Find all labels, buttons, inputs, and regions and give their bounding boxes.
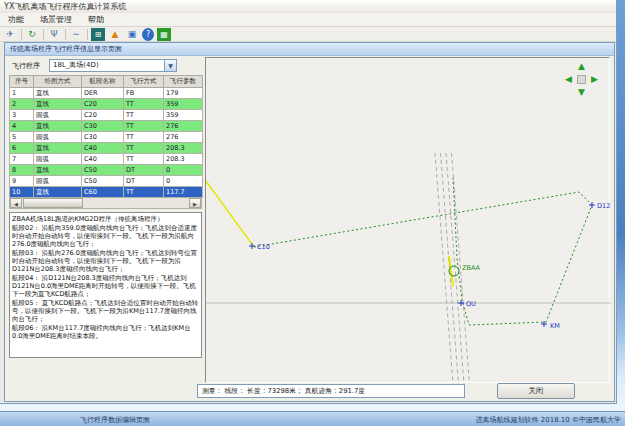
toolbar: ✈ ↻ Ψ ∼ ⊞ ▲ ▣ ? ▦ <box>0 27 616 42</box>
status-left-text: 飞行程序数据编辑页面 <box>80 415 150 425</box>
description-line: 航段06： 沿KM台117.7度磁径向线向台飞行；飞机达到KM台0.0海里DME… <box>12 324 199 340</box>
antenna-icon[interactable]: Ψ <box>47 28 61 41</box>
procedure-map[interactable]: C10 D121S QU KM ZBAA ▲ ◀▶ ▼ <box>205 57 610 383</box>
chevron-down-icon[interactable]: ▼ <box>164 60 176 71</box>
table-row[interactable]: 5圆弧C30TT276 <box>10 132 203 143</box>
table-row[interactable]: 1直线DERFB179 <box>10 88 203 99</box>
waypoint-label-zbaa: ZBAA <box>462 264 481 272</box>
scroll-right-icon[interactable]: ▶ <box>189 198 201 208</box>
toolbar-separator <box>65 29 66 40</box>
description-line: 航段05： 直飞KCD航路点；飞机达到合适位置时自动开始自动转弯，以便衔接到下一… <box>12 299 199 323</box>
waypoint-label-km: KM <box>550 322 560 330</box>
procedure-combobox[interactable]: 18L_离场(4D) ▼ <box>49 59 177 72</box>
refresh-icon[interactable]: ↻ <box>25 28 39 41</box>
waypoint-markers <box>249 202 595 327</box>
desktop: YX飞机离场飞行程序仿真计算系统 功能 场景管理 帮助 ✈ ↻ Ψ ∼ ⊞ ▲ … <box>0 0 625 426</box>
table-row[interactable]: 8直线C50DT0 <box>10 165 203 176</box>
procedure-value: 18L_离场(4D) <box>53 61 99 69</box>
menu-scene-management[interactable]: 场景管理 <box>32 13 80 27</box>
table-row[interactable]: 9圆弧C50DT0 <box>10 176 203 187</box>
description-line: 航段02： 沿航向359.0度磁航向线向台飞行；飞机达到合适速度时自动开始自动转… <box>12 224 199 248</box>
scrollbar-thumb[interactable] <box>23 198 83 208</box>
menu-help[interactable]: 帮助 <box>80 13 112 27</box>
pan-down-icon[interactable]: ▼ <box>575 86 588 99</box>
help-icon[interactable]: ? <box>142 28 154 41</box>
polyline-icon[interactable]: ∼ <box>69 28 83 41</box>
col-param: 飞行参数 <box>164 76 203 88</box>
monitor-icon[interactable]: ▣ <box>125 28 139 41</box>
table-horizontal-scrollbar[interactable]: ◀ ▶ <box>9 197 202 209</box>
pan-up-icon[interactable]: ▲ <box>575 60 588 73</box>
plane-icon[interactable]: ✈ <box>3 28 17 41</box>
col-no: 序号 <box>10 76 34 88</box>
close-button[interactable]: 关闭 <box>497 383 575 399</box>
table-row[interactable]: 6直线C40TT208.3 <box>10 143 203 154</box>
table-header-row: 序号 绘图方式 航段名称 飞行方式 飞行参数 <box>10 76 203 88</box>
procedure-info-panel: 传统离场程序飞行程序信息显示页面 飞行程序 18L_离场(4D) ▼ 序号 绘图… <box>4 42 615 402</box>
description-line: 航段03： 沿航向276.0度磁航向线向台飞行；飞机达到转弯位置时自动开始自动转… <box>12 249 199 273</box>
pan-left-icon[interactable]: ◀ <box>562 73 575 86</box>
menu-function[interactable]: 功能 <box>0 13 32 27</box>
pan-right-icon[interactable]: ▶ <box>588 73 601 86</box>
status-right-text: 进离场航线规划软件 2018.10 ©中国民航大学 <box>476 415 621 425</box>
table-row[interactable]: 3圆弧C20TT359 <box>10 110 203 121</box>
map-pan-controls: ▲ ◀▶ ▼ <box>562 60 601 99</box>
table-row[interactable]: 4直线C30TT276 <box>10 121 203 132</box>
scroll-left-icon[interactable]: ◀ <box>10 198 22 208</box>
pan-center-box <box>577 75 586 84</box>
status-bar: 飞行程序数据编辑页面 进离场航线规划软件 2018.10 ©中国民航大学 <box>0 411 625 426</box>
window-title: YX飞机离场飞行程序仿真计算系统 <box>0 0 616 13</box>
col-name: 航段名称 <box>82 76 124 88</box>
description-line: 航段04： 沿D121N台208.3度磁径向线向台飞行；飞机达到D121N台0.… <box>12 274 199 298</box>
table-row[interactable]: 2直线C20TT359 <box>10 99 203 110</box>
measure-line <box>206 181 254 247</box>
toolbar-separator <box>43 29 44 40</box>
selected-segment-highlight <box>449 256 453 286</box>
table-row[interactable]: 7圆弧C40TT208.3 <box>10 154 203 165</box>
panel-title: 传统离场程序飞行程序信息显示页面 <box>5 43 614 56</box>
menu-bar: 功能 场景管理 帮助 <box>0 13 616 27</box>
waypoint-label-qu: QU <box>466 300 476 308</box>
toolbar-separator <box>21 29 22 40</box>
waypoint-label-c10: C10 <box>257 243 270 251</box>
warning-icon[interactable]: ▲ <box>108 28 122 41</box>
grid-icon[interactable]: ▦ <box>157 28 171 41</box>
col-mode: 飞行方式 <box>124 76 164 88</box>
waypoint-label-d121s: D121S <box>597 202 611 210</box>
main-window: YX飞机离场飞行程序仿真计算系统 功能 场景管理 帮助 ✈ ↻ Ψ ∼ ⊞ ▲ … <box>0 0 617 404</box>
measure-info-field: 测量： 线段： 长度：73298米； 真航迹角：291.7度 <box>197 384 465 398</box>
col-draw: 绘图方式 <box>34 76 82 88</box>
table-row-selected[interactable]: 10直线C60TT117.7 <box>10 187 203 198</box>
segment-table: 序号 绘图方式 航段名称 飞行方式 飞行参数 1直线DERFB179 2直线C2… <box>9 75 203 198</box>
globe-icon[interactable]: ⊞ <box>91 28 105 41</box>
toolbar-separator <box>87 29 88 40</box>
map-canvas: C10 D121S QU KM ZBAA <box>206 58 611 384</box>
procedure-label: 飞行程序 <box>12 61 40 71</box>
segment-description-panel: ZBAA机场18L跑道的KMG2D程序（传统离场程序） 航段02： 沿航向359… <box>9 212 202 358</box>
description-line: ZBAA机场18L跑道的KMG2D程序（传统离场程序） <box>12 215 199 223</box>
